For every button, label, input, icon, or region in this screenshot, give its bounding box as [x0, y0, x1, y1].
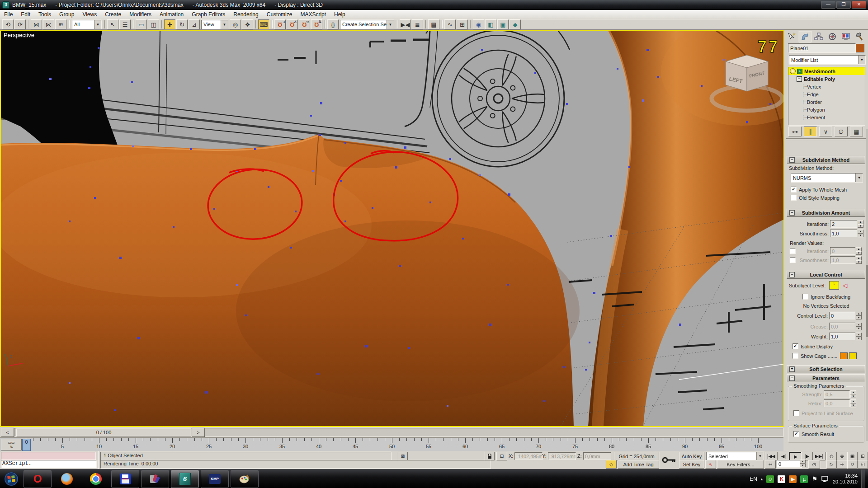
y-coordinate-field[interactable]: -913,726mm: [548, 452, 576, 460]
key-filters-button[interactable]: Key Filters...: [717, 460, 764, 469]
viewport-label[interactable]: Perspective: [4, 32, 34, 38]
menu-modifiers[interactable]: Modifiers: [125, 10, 156, 19]
select-manipulate-icon[interactable]: ❖: [242, 19, 253, 29]
smoothness-spinner[interactable]: ▲▼: [858, 230, 863, 237]
crease-field[interactable]: 0,0: [829, 323, 855, 330]
taskbar-3dsmax[interactable]: 6: [171, 470, 199, 488]
pan-icon[interactable]: ✛: [837, 460, 847, 469]
tab-hierarchy[interactable]: [812, 31, 825, 42]
utorrent-tray-icon[interactable]: µ: [800, 475, 808, 483]
add-time-tag-button[interactable]: Add Time Tag: [618, 460, 659, 469]
perspective-viewport[interactable]: LEFT FRONT 77 z: [0, 30, 784, 427]
smooth-result-checkbox[interactable]: ✓Smooth Result: [793, 431, 834, 437]
quick-render-icon[interactable]: ◆: [509, 19, 521, 29]
flag-tray-icon[interactable]: ⚑: [811, 475, 817, 483]
panel-scrollbar[interactable]: [866, 129, 868, 441]
tab-modify[interactable]: [799, 31, 811, 42]
current-frame-field[interactable]: 0: [777, 460, 802, 468]
arc-rotate-icon[interactable]: ↺: [847, 460, 858, 469]
tab-display[interactable]: [840, 31, 852, 42]
start-button[interactable]: [0, 469, 23, 488]
mirror-icon[interactable]: ▶◀: [400, 19, 411, 29]
pin-stack-icon[interactable]: ⊶: [788, 127, 802, 136]
go-to-end-button[interactable]: ▶▶|: [813, 452, 826, 460]
apply-whole-mesh-checkbox[interactable]: ✓Apply To Whole Mesh: [791, 187, 847, 192]
selection-filter-dropdown[interactable]: All▼: [72, 20, 102, 29]
taskbar-opera[interactable]: O: [24, 470, 52, 488]
tab-utilities[interactable]: [853, 31, 866, 42]
zoom-extents-all-icon[interactable]: ⊞: [858, 452, 868, 460]
render-setup-icon[interactable]: ◧: [485, 19, 496, 29]
angle-snap-icon[interactable]: Ω∠: [287, 19, 298, 29]
taskbar-floppy-app[interactable]: [111, 470, 139, 488]
open-mini-curve-editor-button[interactable]: ▭▭ ⇅: [1, 439, 22, 450]
rollout-subdivision-amount[interactable]: −Subdivision Amount: [787, 209, 865, 217]
stack-subobject-edge[interactable]: ┊┄ Edge: [788, 90, 865, 98]
tab-motion[interactable]: [826, 31, 839, 42]
render-smoothness-checkbox[interactable]: [790, 257, 796, 263]
field-of-view-icon[interactable]: ▷: [826, 460, 837, 469]
taskbar-paint[interactable]: [231, 470, 259, 488]
stack-item-editable-poly[interactable]: − Editable Poly: [788, 75, 865, 83]
window-titlebar[interactable]: 3 BMW_15.max - Project Folder: C:\Users\…: [0, 0, 868, 10]
select-by-name-icon[interactable]: ☰: [119, 19, 131, 29]
stack-subobject-vertex[interactable]: ┊┄ Vertex: [788, 83, 865, 90]
maxscript-listener-input[interactable]: AXScript.: [1, 460, 97, 468]
viewport-canvas[interactable]: LEFT FRONT 77 z: [1, 31, 783, 426]
menu-rendering[interactable]: Rendering: [229, 10, 262, 19]
scrollbar-thumb[interactable]: [866, 265, 868, 337]
selection-lock-icon[interactable]: ⊠: [398, 452, 408, 460]
kaspersky-tray-icon[interactable]: K: [778, 475, 785, 483]
select-rotate-icon[interactable]: ↻: [176, 19, 188, 29]
menu-edit[interactable]: Edit: [17, 10, 34, 19]
render-iterations-field[interactable]: 0: [830, 247, 855, 255]
spinner-snap-icon[interactable]: Ω⇅: [311, 19, 322, 29]
taskbar-graphics-app[interactable]: [141, 470, 169, 488]
iterations-field[interactable]: 2: [830, 220, 857, 228]
stack-item-meshsmooth[interactable]: + MeshSmooth: [788, 67, 865, 75]
set-key-button[interactable]: Set Key: [679, 460, 704, 469]
maximize-viewport-toggle-icon[interactable]: ◱: [858, 460, 868, 469]
select-move-icon[interactable]: ✚: [164, 19, 175, 29]
time-slider-thumb[interactable]: 0 / 100: [16, 428, 191, 436]
padlock-icon[interactable]: [485, 452, 495, 460]
time-configuration-icon[interactable]: ◷: [808, 460, 820, 469]
unlink-icon[interactable]: ⋉: [43, 19, 54, 29]
object-name-field[interactable]: Plane01: [788, 43, 856, 53]
taskbar-kmplayer[interactable]: KMP: [201, 470, 229, 488]
menu-tools[interactable]: Tools: [34, 10, 55, 19]
bind-spacewarp-icon[interactable]: ≋: [55, 19, 66, 29]
rendered-frame-icon[interactable]: ▣: [497, 19, 509, 29]
render-iterations-checkbox[interactable]: [790, 248, 796, 254]
percent-snap-icon[interactable]: Ω%: [299, 19, 310, 29]
menu-maxscript[interactable]: MAXScript: [296, 10, 330, 19]
rollout-local-control[interactable]: −Local Control: [787, 271, 865, 279]
x-coordinate-field[interactable]: -1402,495mm: [514, 452, 542, 460]
keyboard-override-icon[interactable]: ⌨: [258, 19, 269, 29]
project-limit-checkbox[interactable]: Project to Limit Surface: [793, 410, 853, 416]
select-object-icon[interactable]: ↖: [107, 19, 118, 29]
show-end-result-icon[interactable]: ∥: [804, 127, 817, 136]
subdivision-method-dropdown[interactable]: NURMS▼: [791, 173, 863, 183]
lightbulb-icon[interactable]: [790, 68, 796, 74]
frame-spinner[interactable]: ▲▼: [800, 460, 806, 467]
zoom-icon[interactable]: ◎: [826, 452, 837, 460]
collapse-icon[interactable]: −: [797, 76, 802, 82]
rollout-subdivision-method[interactable]: −Subdivision Method: [787, 156, 865, 164]
maximize-button[interactable]: ❐: [836, 1, 851, 9]
expand-icon[interactable]: +: [797, 69, 802, 74]
window-crossing-icon[interactable]: ◫: [148, 19, 159, 29]
clock[interactable]: 16:34 20.10.2010: [833, 473, 858, 485]
zoom-all-icon[interactable]: ⊚: [837, 452, 847, 460]
frame-back-button[interactable]: <: [1, 428, 14, 437]
show-cage-checkbox[interactable]: Show Cage .......: [793, 352, 857, 359]
tray-expand-icon[interactable]: ▴: [761, 477, 763, 481]
isoline-display-checkbox[interactable]: ✓Isoline Display: [793, 343, 833, 349]
old-style-mapping-checkbox[interactable]: Old Style Mapping: [791, 195, 840, 201]
smoothness-field[interactable]: 1,0: [830, 230, 857, 237]
undo-icon[interactable]: ⟲: [2, 19, 14, 29]
tab-create[interactable]: [785, 31, 798, 42]
taskbar-chrome[interactable]: [82, 470, 109, 488]
relax-field[interactable]: 0,0: [824, 399, 850, 407]
menu-views[interactable]: Views: [78, 10, 101, 19]
